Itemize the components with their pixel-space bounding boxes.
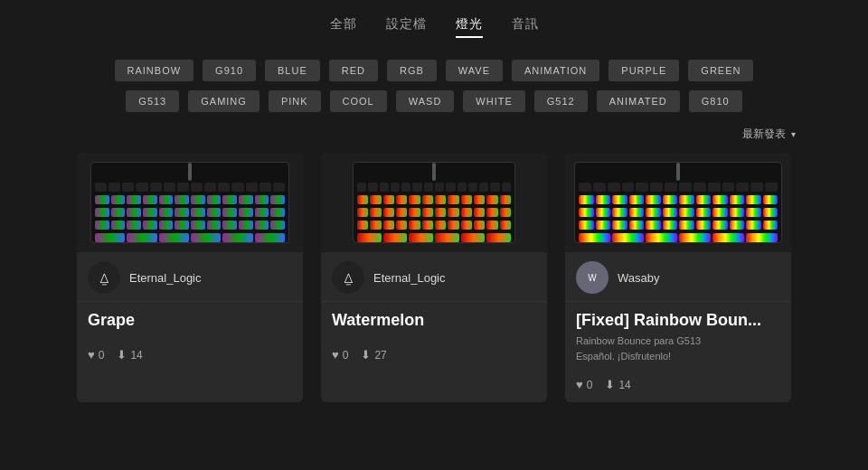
card-0[interactable]: ⍙Eternal_LogicGrape♥0⬇14 [77, 153, 303, 402]
cards-section: ⍙Eternal_LogicGrape♥0⬇14⍙Eternal_LogicWa… [0, 149, 868, 420]
tag-purple[interactable]: PURPLE [609, 60, 679, 81]
tag-rgb[interactable]: RGB [387, 60, 437, 81]
card-footer-2: ♥0⬇14 [565, 369, 791, 402]
tag-gaming[interactable]: GAMING [188, 90, 259, 112]
sort-label[interactable]: 最新發表 [742, 127, 786, 142]
sort-row: 最新發表 ▾ [0, 118, 868, 149]
heart-icon: ♥ [88, 348, 95, 362]
card-user-1: ⍙Eternal_Logic [321, 252, 547, 302]
tag-red[interactable]: RED [329, 60, 378, 81]
tag-wave[interactable]: WAVE [446, 60, 503, 81]
tag-animation[interactable]: ANIMATION [512, 60, 599, 81]
download-stat-1: ⬇27 [361, 348, 386, 362]
tag-pink[interactable]: PINK [269, 90, 321, 112]
like-stat-0[interactable]: ♥0 [88, 348, 104, 362]
card-1[interactable]: ⍙Eternal_LogicWatermelon♥0⬇27 [321, 153, 547, 402]
like-stat-1[interactable]: ♥0 [332, 348, 348, 362]
download-count-0: 14 [130, 349, 142, 362]
tags-section: RAINBOWG910BLUEREDRGBWAVEANIMATIONPURPLE… [0, 51, 868, 118]
card-body-1: Watermelon [321, 302, 547, 339]
card-image-2 [565, 153, 791, 252]
tag-animated[interactable]: ANIMATED [597, 90, 680, 112]
card-footer-1: ♥0⬇27 [321, 339, 547, 372]
download-icon: ⬇ [361, 348, 371, 362]
card-subtitle-2: Rainbow Bounce para G513 Español. ¡Disfr… [576, 334, 780, 363]
username-0: Eternal_Logic [129, 271, 202, 285]
username-2: Wasaby [618, 271, 659, 285]
like-stat-2[interactable]: ♥0 [576, 378, 592, 391]
nav-tab-設定檔[interactable]: 設定檔 [386, 16, 427, 38]
tag-wasd[interactable]: WASD [396, 90, 455, 112]
avatar-2: W [576, 261, 609, 294]
like-count-2: 0 [587, 379, 593, 391]
assassin-creed-icon: ⍙ [344, 268, 354, 287]
card-2[interactable]: WWasaby[Fixed] Rainbow Boun...Rainbow Bo… [565, 153, 791, 402]
keyboard-sim-2 [574, 162, 782, 243]
tag-green[interactable]: GREEN [688, 60, 753, 81]
card-body-2: [Fixed] Rainbow Boun...Rainbow Bounce pa… [565, 302, 791, 369]
avatar-0: ⍙ [88, 261, 120, 294]
card-title-1: Watermelon [332, 311, 536, 330]
keyboard-sim-1 [353, 162, 515, 243]
download-icon: ⬇ [117, 348, 127, 362]
tag-rainbow[interactable]: RAINBOW [115, 60, 194, 81]
tag-row-2: G513GAMINGPINKCOOLWASDWHITEG512ANIMATEDG… [126, 90, 741, 112]
card-title-0: Grape [88, 311, 292, 330]
card-image-1 [321, 153, 547, 252]
download-count-1: 27 [374, 349, 386, 362]
like-count-1: 0 [343, 349, 349, 362]
card-title-2: [Fixed] Rainbow Boun... [576, 311, 780, 330]
tag-cool[interactable]: COOL [330, 90, 387, 112]
sort-arrow-icon[interactable]: ▾ [791, 129, 796, 139]
download-stat-0: ⬇14 [117, 348, 142, 362]
avatar-1: ⍙ [332, 261, 364, 294]
card-image-0 [77, 153, 303, 252]
tag-g512[interactable]: G512 [534, 90, 588, 112]
assassin-creed-icon: ⍙ [99, 268, 109, 287]
nav-tab-燈光[interactable]: 燈光 [456, 16, 483, 38]
nav-tabs: 全部設定檔燈光音訊 [0, 0, 868, 51]
download-count-2: 14 [618, 379, 630, 391]
tag-g910[interactable]: G910 [203, 60, 256, 81]
tag-g810[interactable]: G810 [689, 90, 742, 112]
tag-row-1: RAINBOWG910BLUEREDRGBWAVEANIMATIONPURPLE… [115, 60, 754, 81]
download-stat-2: ⬇14 [605, 378, 630, 391]
nav-tab-全部[interactable]: 全部 [330, 16, 357, 38]
card-footer-0: ♥0⬇14 [77, 339, 303, 372]
heart-icon: ♥ [576, 378, 583, 391]
card-user-0: ⍙Eternal_Logic [77, 252, 303, 302]
like-count-0: 0 [99, 349, 105, 362]
card-body-0: Grape [77, 302, 303, 339]
download-icon: ⬇ [605, 378, 615, 391]
heart-icon: ♥ [332, 348, 339, 362]
tag-white[interactable]: WHITE [463, 90, 524, 112]
username-1: Eternal_Logic [373, 271, 446, 285]
tag-blue[interactable]: BLUE [265, 60, 320, 81]
card-user-2: WWasaby [565, 252, 791, 302]
keyboard-sim-0 [90, 162, 289, 243]
tag-g513[interactable]: G513 [126, 90, 179, 112]
nav-tab-音訊[interactable]: 音訊 [512, 16, 539, 38]
